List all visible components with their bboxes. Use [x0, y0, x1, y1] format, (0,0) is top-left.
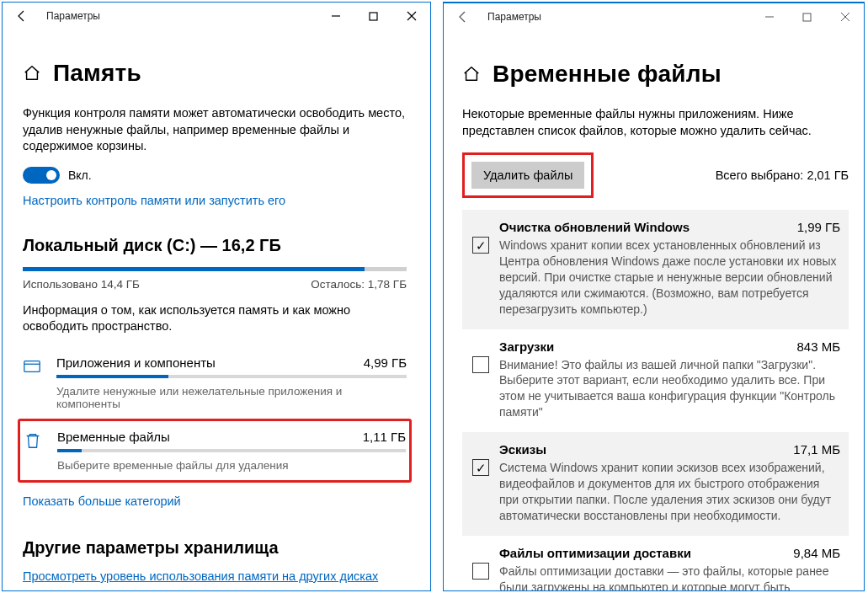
svg-rect-5: [803, 13, 811, 21]
trash-icon: [24, 430, 44, 452]
item-size: 17,1 МБ: [793, 442, 840, 457]
category-temp-title: Временные файлы: [57, 430, 170, 444]
item-checkbox[interactable]: [472, 563, 489, 580]
category-temp-size: 1,11 ГБ: [363, 430, 406, 444]
item-title: Эскизы: [499, 442, 546, 457]
item-description: Система Windows хранит копии эскизов все…: [499, 460, 840, 524]
close-button[interactable]: [826, 3, 864, 30]
maximize-button[interactable]: [788, 3, 826, 30]
category-temp-highlight: Временные файлы 1,11 ГБ Выберите временн…: [18, 419, 412, 483]
minimize-button[interactable]: [317, 3, 354, 29]
settings-tempfiles-window: Параметры Временные файлы Некоторые врем…: [443, 2, 865, 591]
view-other-disks-link[interactable]: Просмотреть уровень использования памяти…: [23, 569, 378, 583]
item-size: 843 МБ: [796, 339, 840, 354]
item-title: Файлы оптимизации доставки: [499, 546, 691, 560]
delete-files-button[interactable]: Удалить файлы: [471, 162, 584, 189]
item-title: Очистка обновлений Windows: [499, 220, 690, 234]
disk-remaining-label: Осталось: 1,78 ГБ: [311, 278, 407, 291]
tempfiles-description: Некоторые временные файлы нужны приложен…: [462, 106, 849, 139]
page-header: Память: [23, 60, 407, 87]
window-controls: [750, 3, 864, 30]
delete-button-highlight: Удалить файлы: [462, 152, 594, 198]
configure-storage-sense-link[interactable]: Настроить контроль памяти или запустить …: [23, 194, 407, 207]
storage-sense-toggle[interactable]: [23, 167, 60, 184]
maximize-button[interactable]: [354, 3, 392, 29]
delete-row: Удалить файлы Всего выбрано: 2,01 ГБ: [462, 152, 849, 198]
svg-rect-2: [24, 361, 40, 371]
item-checkbox[interactable]: [472, 237, 489, 254]
local-disk-heading: Локальный диск (C:) — 16,2 ГБ: [23, 236, 407, 255]
show-more-categories-link[interactable]: Показать больше категорий: [23, 494, 407, 508]
titlebar: Параметры: [3, 3, 430, 29]
tempfiles-item[interactable]: Загрузки843 МБВнимание! Это файлы из ваш…: [462, 329, 849, 433]
category-apps-title: Приложения и компоненты: [56, 355, 216, 370]
tempfiles-item[interactable]: Эскизы17,1 МБСистема Windows хранит копи…: [462, 432, 849, 536]
category-apps-size: 4,99 ГБ: [364, 355, 407, 370]
close-button[interactable]: [392, 3, 430, 29]
back-button[interactable]: [3, 3, 41, 29]
category-apps[interactable]: Приложения и компоненты 4,99 ГБ Удалите …: [23, 350, 407, 419]
item-title: Загрузки: [499, 339, 554, 354]
disk-info-text: Информация о том, как используется памят…: [23, 302, 407, 335]
home-icon[interactable]: [462, 65, 481, 83]
window-title: Параметры: [41, 10, 317, 22]
category-apps-hint: Удалите ненужные или нежелательные прило…: [56, 385, 407, 410]
item-description: Внимание! Это файлы из вашей личной папк…: [499, 357, 840, 421]
tempfiles-list: Очистка обновлений Windows1,99 ГБWindows…: [462, 210, 849, 590]
category-temp-hint: Выберите временные файлы для удаления: [57, 459, 406, 472]
storage-sense-description: Функция контроля памяти может автоматиче…: [23, 105, 407, 155]
item-checkbox[interactable]: [472, 459, 489, 476]
category-temp[interactable]: Временные файлы 1,11 ГБ Выберите временн…: [24, 425, 406, 475]
item-checkbox[interactable]: [472, 356, 489, 373]
item-size: 1,99 ГБ: [797, 220, 840, 234]
toggle-label: Вкл.: [68, 168, 92, 182]
home-icon[interactable]: [23, 64, 41, 83]
content-area: Временные файлы Некоторые временные файл…: [444, 30, 864, 590]
apps-icon: [23, 355, 43, 378]
page-header: Временные файлы: [462, 61, 849, 88]
tempfiles-item[interactable]: Очистка обновлений Windows1,99 ГБWindows…: [462, 210, 849, 329]
window-controls: [317, 3, 430, 29]
other-storage-heading: Другие параметры хранилища: [23, 538, 407, 558]
item-size: 9,84 МБ: [793, 546, 840, 560]
disk-usage-meta: Использовано 14,4 ГБ Осталось: 1,78 ГБ: [23, 278, 407, 291]
svg-rect-1: [370, 13, 377, 20]
page-title: Память: [53, 60, 141, 87]
item-description: Файлы оптимизации доставки — это файлы, …: [499, 564, 840, 590]
item-description: Windows хранит копии всех установленных …: [499, 238, 840, 317]
disk-used-label: Использовано 14,4 ГБ: [23, 278, 140, 291]
total-selected-label: Всего выбрано: 2,01 ГБ: [716, 168, 849, 182]
storage-sense-toggle-row: Вкл.: [23, 167, 407, 184]
titlebar: Параметры: [444, 3, 864, 30]
window-title: Параметры: [482, 11, 750, 23]
tempfiles-item[interactable]: Файлы оптимизации доставки9,84 МБФайлы о…: [462, 536, 849, 590]
settings-storage-window: Параметры Память Функция контроля памяти…: [2, 2, 431, 591]
content-area: Память Функция контроля памяти может авт…: [3, 29, 430, 590]
back-button[interactable]: [444, 3, 482, 30]
disk-usage-bar: [23, 267, 407, 271]
page-title: Временные файлы: [493, 61, 722, 88]
minimize-button[interactable]: [750, 3, 788, 30]
